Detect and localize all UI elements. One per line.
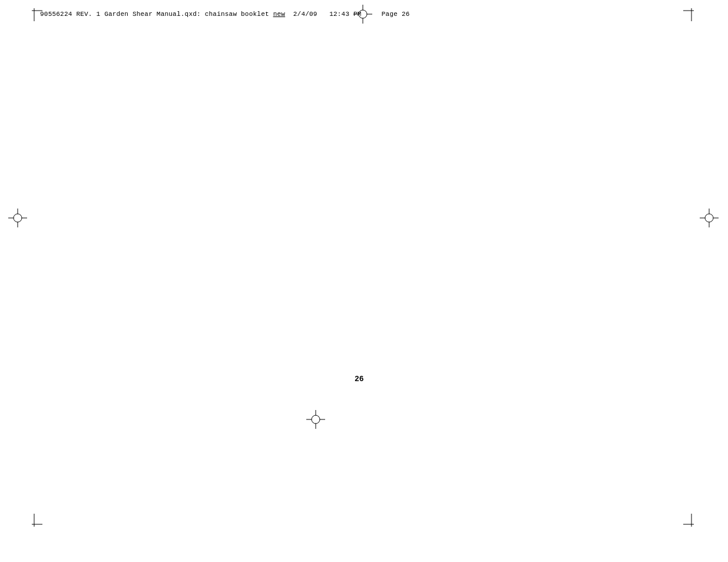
crosshair-svg-bottom-center xyxy=(306,410,325,429)
crosshair-bottom-center xyxy=(306,410,325,429)
header-date-time: 2/4/09 12:43 PM Page 26 xyxy=(285,11,409,18)
corner-mark-svg-bottom-left xyxy=(32,514,49,527)
svg-point-18 xyxy=(705,214,713,222)
page-number: 26 xyxy=(355,375,364,384)
reg-mark-top-left xyxy=(32,8,49,24)
header-new: new xyxy=(273,11,285,18)
crosshair-right-middle xyxy=(700,209,719,227)
corner-mark-svg-top-left xyxy=(32,8,49,21)
corner-mark-svg-bottom-right xyxy=(676,514,694,527)
crosshair-svg-right-middle xyxy=(700,209,719,227)
crosshair-svg-left-middle xyxy=(8,209,27,227)
crosshair-left-middle xyxy=(8,209,27,227)
reg-mark-bottom-right xyxy=(676,514,694,530)
crosshair-svg-top-center xyxy=(353,5,372,24)
reg-mark-bottom-left xyxy=(32,514,49,530)
svg-point-8 xyxy=(359,10,367,18)
crosshair-top-center xyxy=(353,5,372,24)
page-container: 90556224 REV. 1 Garden Shear Manual.qxd:… xyxy=(0,0,728,562)
svg-point-13 xyxy=(14,214,22,222)
reg-mark-top-right xyxy=(676,8,694,24)
svg-point-23 xyxy=(312,415,320,424)
header-filename: 90556224 REV. 1 Garden Shear Manual.qxd:… xyxy=(40,11,273,18)
corner-mark-svg-top-right xyxy=(676,8,694,21)
